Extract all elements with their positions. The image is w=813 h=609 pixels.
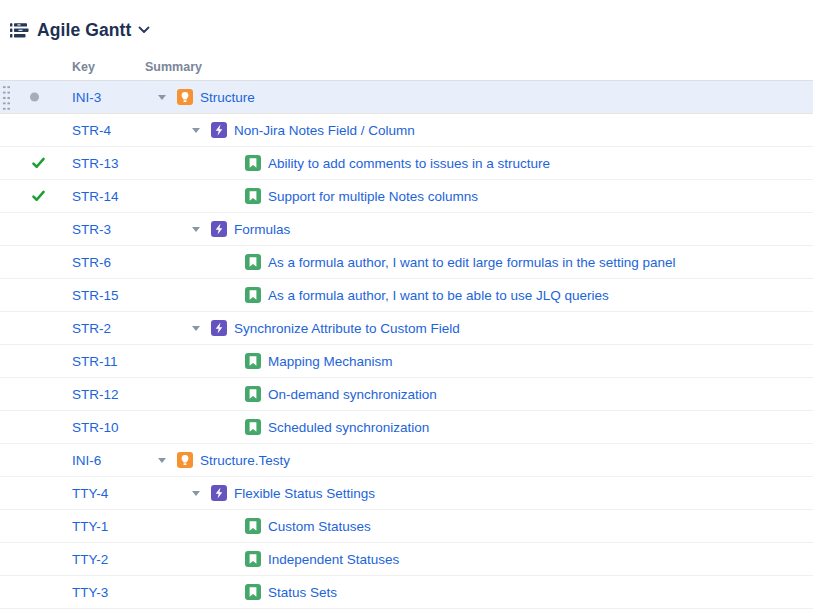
summary-cell: Structure <box>145 89 813 105</box>
issue-type-epic-icon <box>211 122 227 138</box>
issue-key-link[interactable]: TTY-3 <box>72 585 108 600</box>
issue-summary-link[interactable]: Ability to add comments to issues in a s… <box>268 156 550 171</box>
expand-collapse-chevron[interactable] <box>192 490 211 496</box>
summary-cell: Status Sets <box>145 584 813 600</box>
row-gutter <box>0 378 56 410</box>
key-cell: TTY-2 <box>56 550 145 568</box>
key-cell: STR-11 <box>56 352 145 370</box>
issue-key-link[interactable]: STR-13 <box>72 156 119 171</box>
key-cell: STR-10 <box>56 418 145 436</box>
issue-key-link[interactable]: INI-3 <box>72 90 101 105</box>
issue-row[interactable]: STR-15As a formula author, I want to be … <box>0 279 813 312</box>
chevron-down-icon <box>158 458 166 463</box>
expand-collapse-chevron[interactable] <box>192 226 211 232</box>
issue-row[interactable]: STR-10Scheduled synchronization <box>0 411 813 444</box>
key-cell: TTY-4 <box>56 484 145 502</box>
summary-cell: Scheduled synchronization <box>145 419 813 435</box>
issue-summary-link[interactable]: Mapping Mechanism <box>268 354 393 369</box>
row-gutter <box>0 510 56 542</box>
issue-summary-link[interactable]: Custom Statuses <box>268 519 371 534</box>
issue-key-link[interactable]: STR-6 <box>72 255 111 270</box>
key-cell: STR-2 <box>56 319 145 337</box>
issue-summary-link[interactable]: Structure.Testy <box>200 453 290 468</box>
issue-row[interactable]: TTY-2Independent Statuses <box>0 543 813 576</box>
issue-summary-link[interactable]: Independent Statuses <box>268 552 399 567</box>
summary-cell: As a formula author, I want to be able t… <box>145 287 813 303</box>
issue-row[interactable]: STR-2Synchronize Attribute to Custom Fie… <box>0 312 813 345</box>
issue-summary-link[interactable]: Synchronize Attribute to Custom Field <box>234 321 460 336</box>
chevron-down-icon <box>138 26 150 34</box>
row-gutter <box>0 312 56 344</box>
issue-key-link[interactable]: INI-6 <box>72 453 101 468</box>
issue-row[interactable]: STR-3Formulas <box>0 213 813 246</box>
issue-key-link[interactable]: TTY-2 <box>72 552 108 567</box>
structure-picker-button[interactable]: Agile Gantt <box>37 20 150 41</box>
issue-row[interactable]: TTY-4Flexible Status Settings <box>0 477 813 510</box>
summary-cell: Formulas <box>145 221 813 237</box>
row-gutter <box>0 147 56 179</box>
issue-type-story-icon <box>245 551 261 567</box>
issue-summary-link[interactable]: Support for multiple Notes columns <box>268 189 478 204</box>
row-gutter <box>0 345 56 377</box>
issue-summary-link[interactable]: Structure <box>200 90 255 105</box>
issue-key-link[interactable]: STR-15 <box>72 288 119 303</box>
row-gutter <box>0 279 56 311</box>
issue-type-epic-icon <box>211 221 227 237</box>
issue-summary-link[interactable]: Status Sets <box>268 585 337 600</box>
issue-summary-link[interactable]: As a formula author, I want to be able t… <box>268 288 609 303</box>
key-cell: STR-12 <box>56 385 145 403</box>
issue-row[interactable]: STR-12On-demand synchronization <box>0 378 813 411</box>
issue-key-link[interactable]: STR-12 <box>72 387 119 402</box>
summary-cell: As a formula author, I want to edit larg… <box>145 254 813 270</box>
issue-row[interactable]: STR-14Support for multiple Notes columns <box>0 180 813 213</box>
issue-row[interactable]: STR-6As a formula author, I want to edit… <box>0 246 813 279</box>
issue-type-epic-icon <box>211 485 227 501</box>
issue-summary-link[interactable]: As a formula author, I want to edit larg… <box>268 255 675 270</box>
issue-key-link[interactable]: STR-4 <box>72 123 111 138</box>
issue-summary-link[interactable]: Formulas <box>234 222 290 237</box>
expand-collapse-chevron[interactable] <box>158 94 177 100</box>
issue-summary-link[interactable]: Scheduled synchronization <box>268 420 429 435</box>
agile-gantt-app: Agile Gantt Key Summary INI-3StructureST… <box>0 0 813 609</box>
key-cell: TTY-1 <box>56 517 145 535</box>
issue-key-link[interactable]: STR-2 <box>72 321 111 336</box>
issue-row[interactable]: TTY-3Status Sets <box>0 576 813 609</box>
summary-cell: On-demand synchronization <box>145 386 813 402</box>
expand-collapse-chevron[interactable] <box>192 325 211 331</box>
issue-key-link[interactable]: TTY-4 <box>72 486 108 501</box>
issue-type-story-icon <box>245 254 261 270</box>
summary-cell: Independent Statuses <box>145 551 813 567</box>
issue-key-link[interactable]: STR-10 <box>72 420 119 435</box>
row-gutter <box>0 213 56 245</box>
issue-row[interactable]: INI-3Structure <box>0 81 813 114</box>
issue-summary-link[interactable]: On-demand synchronization <box>268 387 437 402</box>
issue-row[interactable]: STR-4Non-Jira Notes Field / Column <box>0 114 813 147</box>
issue-row[interactable]: STR-13Ability to add comments to issues … <box>0 147 813 180</box>
page-title: Agile Gantt <box>37 20 131 41</box>
column-header-key: Key <box>56 60 145 74</box>
issue-row[interactable]: STR-11Mapping Mechanism <box>0 345 813 378</box>
summary-cell: Flexible Status Settings <box>145 485 813 501</box>
issue-key-link[interactable]: STR-11 <box>72 354 118 369</box>
drag-handle-icon[interactable] <box>1 84 10 111</box>
issue-key-link[interactable]: TTY-1 <box>72 519 108 534</box>
issue-type-initiative-icon <box>177 452 193 468</box>
expand-collapse-chevron[interactable] <box>192 127 211 133</box>
structure-logo-icon <box>9 20 30 41</box>
issue-summary-link[interactable]: Non-Jira Notes Field / Column <box>234 123 415 138</box>
chevron-down-icon <box>192 326 200 331</box>
issue-key-link[interactable]: STR-3 <box>72 222 111 237</box>
issue-type-story-icon <box>245 386 261 402</box>
key-cell: STR-13 <box>56 154 145 172</box>
issue-row[interactable]: INI-6Structure.Testy <box>0 444 813 477</box>
row-gutter <box>0 411 56 443</box>
expand-collapse-chevron[interactable] <box>158 457 177 463</box>
key-cell: TTY-3 <box>56 583 145 601</box>
summary-cell: Ability to add comments to issues in a s… <box>145 155 813 171</box>
issue-summary-link[interactable]: Flexible Status Settings <box>234 486 375 501</box>
summary-cell: Custom Statuses <box>145 518 813 534</box>
issue-key-link[interactable]: STR-14 <box>72 189 119 204</box>
issue-row[interactable]: TTY-1Custom Statuses <box>0 510 813 543</box>
row-gutter <box>0 81 56 113</box>
key-cell: STR-3 <box>56 220 145 238</box>
